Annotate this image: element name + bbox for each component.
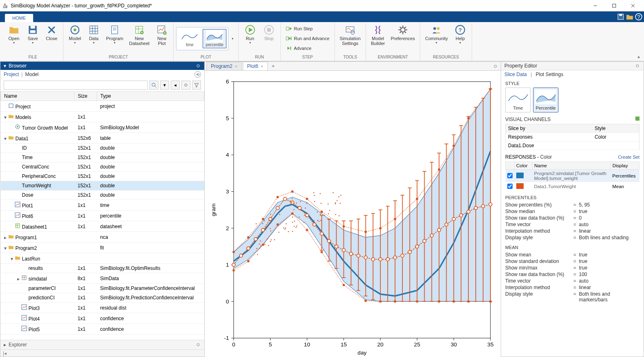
open-button[interactable]: Open▾ [5, 23, 23, 46]
style-percentile-button[interactable]: Percentile [533, 88, 558, 112]
ribbon-collapse-icon[interactable]: ▴ [636, 52, 642, 61]
tree-arrow[interactable] [11, 125, 15, 131]
plot-settings-link[interactable]: Plot Settings [536, 72, 563, 77]
chart[interactable]: 05101520253035-10123456daygram [208, 74, 497, 357]
tree-arrow[interactable] [11, 183, 15, 189]
filter-dropdown[interactable]: ▾ [160, 81, 169, 90]
nav-left-button[interactable]: ◂ [171, 81, 180, 90]
col-name[interactable]: Name [1, 92, 75, 101]
table-row[interactable]: Datasheet11x1datasheet [1, 221, 204, 232]
run-step-button[interactable]: Run Step [283, 24, 315, 33]
table-row[interactable]: Plot41x1confidence [1, 313, 204, 324]
plot-style-time[interactable]: time [178, 29, 201, 48]
community-button[interactable]: Community▾ [423, 23, 450, 46]
tree-arrow[interactable] [11, 173, 15, 179]
close-icon[interactable]: × [261, 64, 263, 69]
search-input[interactable] [4, 81, 148, 90]
table-row[interactable]: Time152x1double [1, 153, 204, 162]
scroll-footer[interactable]: |◂ [0, 349, 204, 357]
table-row[interactable]: predictionCI1x1SimBiology.fit.Prediction… [1, 293, 204, 303]
preferences-button[interactable]: Preferences [388, 23, 417, 43]
new-plot-button[interactable]: New Plot [153, 23, 171, 47]
model-button[interactable]: Model▾ [66, 23, 84, 46]
table-row[interactable]: Projectproject [1, 101, 204, 112]
tree-arrow[interactable]: ▸ [17, 276, 21, 282]
tree-arrow[interactable]: ▾ [4, 136, 8, 141]
save-icon[interactable] [617, 13, 624, 20]
new-datasheet-button[interactable]: New Datasheet [127, 23, 152, 47]
run-button[interactable]: Run▾ [241, 23, 259, 46]
property-row[interactable]: Interpolation method=linear [505, 284, 639, 291]
search-button[interactable] [149, 81, 158, 90]
table-row[interactable]: Plot51x1confidence [1, 324, 204, 335]
table-row[interactable]: ID152x1double [1, 144, 204, 153]
gear-icon[interactable] [635, 63, 640, 69]
table-row[interactable]: PeripheralConc152x1double [1, 172, 204, 181]
table-row[interactable]: ▾Models1x1 [1, 112, 204, 122]
property-row[interactable]: Interpolation method=linear [505, 228, 639, 234]
property-row[interactable]: Show mean=true [505, 251, 639, 258]
table-row[interactable]: Dose152x1double [1, 191, 204, 200]
data-button[interactable]: Data▾ [85, 23, 103, 46]
close-window-button[interactable] [624, 0, 642, 11]
maximize-button[interactable] [605, 0, 624, 11]
tab-program2[interactable]: Program2× [206, 62, 242, 70]
tree-arrow[interactable] [17, 305, 21, 311]
tree-arrow[interactable] [17, 295, 21, 301]
program-button[interactable]: Program▾ [104, 23, 126, 46]
tree-arrow[interactable] [11, 192, 15, 198]
model-builder-button[interactable]: Model Builder [368, 23, 387, 47]
explorer-footer[interactable]: ▸ Explorer [0, 340, 204, 349]
settings-button[interactable] [181, 81, 190, 90]
project-link[interactable]: Project [4, 72, 19, 77]
plot-area[interactable]: 05101520253035-10123456daygram [205, 71, 501, 357]
tree-arrow[interactable]: ▾ [4, 115, 8, 120]
table-row[interactable]: ▸Program1nca [1, 232, 204, 242]
advance-button[interactable]: Advance [283, 44, 314, 53]
tree-arrow[interactable] [11, 203, 15, 209]
plot-style-percentile[interactable]: percentile [203, 29, 226, 48]
property-row[interactable]: Show raw data fraction (%)=0 [505, 215, 639, 221]
minimize-button[interactable] [586, 0, 605, 11]
stop-button[interactable]: Stop [260, 23, 278, 43]
filter-button[interactable] [192, 81, 201, 90]
tree-arrow[interactable] [17, 327, 21, 332]
table-row[interactable]: ▾Data1152x6table [1, 133, 204, 144]
table-row[interactable]: ResponsesColor [506, 133, 639, 141]
table-row[interactable]: ▸simdataI8x1SimData [1, 273, 204, 284]
table-row[interactable]: TumorWeight152x1double [1, 181, 204, 191]
tree-arrow[interactable]: ▾ [11, 256, 15, 262]
style-time-button[interactable]: Time [505, 88, 531, 112]
gear-icon[interactable] [195, 342, 201, 348]
col-type[interactable]: Type [97, 92, 204, 101]
chevron-down-icon[interactable]: ▾ [4, 63, 6, 69]
property-row[interactable]: Display style=Both lines and shading [505, 234, 639, 241]
tree-arrow[interactable]: ▾ [4, 245, 8, 251]
refresh-icon[interactable]: ⟲ [194, 71, 201, 78]
property-row[interactable]: Show standard deviation=true [505, 258, 639, 265]
table-row[interactable]: ▾Program2fit [1, 242, 204, 253]
col-size[interactable]: Size [75, 92, 97, 101]
tree-arrow[interactable] [11, 213, 15, 219]
slice-data-link[interactable]: Slice Data [504, 72, 527, 77]
add-tab-button[interactable]: + [269, 63, 278, 70]
color-swatch[interactable] [516, 183, 524, 189]
help-button[interactable]: ?Help▾ [451, 23, 469, 46]
table-row[interactable]: parameterCI1x1SimBiology.fit.ParameterCo… [1, 284, 204, 293]
gear-icon[interactable] [195, 63, 201, 69]
tree-arrow[interactable] [11, 164, 15, 170]
color-swatch[interactable] [516, 173, 524, 178]
save-button[interactable]: Save▾ [24, 23, 42, 46]
home-tab[interactable]: HOME [5, 14, 33, 22]
tree-arrow[interactable] [11, 155, 15, 160]
table-row[interactable]: Data1.Dose [506, 141, 639, 150]
close-icon[interactable]: × [235, 64, 237, 69]
gear-icon[interactable] [493, 63, 498, 69]
property-row[interactable]: Show percentiles (%)=5, 95 [505, 202, 639, 208]
table-row[interactable]: Tumor Growth Model1x1SimBiology.Model [1, 122, 204, 133]
help-icon[interactable]: ? [635, 13, 642, 20]
table-row[interactable]: CentralConc152x1double [1, 162, 204, 172]
property-row[interactable]: Show raw data fraction (%)=100 [505, 271, 639, 278]
run-advance-button[interactable]: Run and Advance [283, 34, 332, 43]
property-row[interactable]: Show min/max=true [505, 265, 639, 271]
